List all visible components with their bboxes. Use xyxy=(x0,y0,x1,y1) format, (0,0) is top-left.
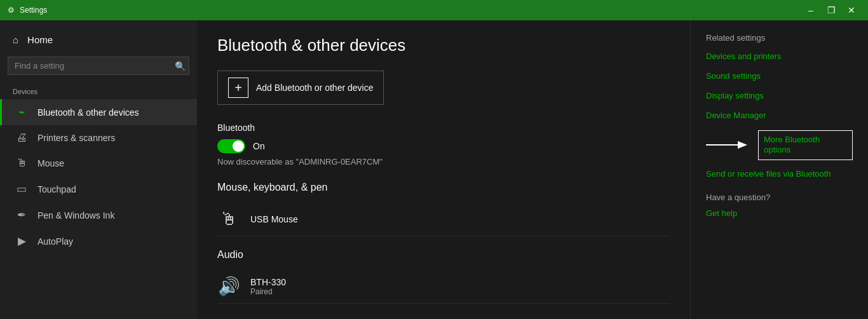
arrow-icon xyxy=(706,138,750,152)
pen-icon: ✒ xyxy=(15,208,29,222)
settings-gear-icon: ⚙ xyxy=(8,6,15,15)
sidebar-item-label-touchpad: Touchpad xyxy=(37,184,76,194)
device-item-bth330[interactable]: 🔊 BTH-330 Paired xyxy=(217,269,670,304)
device-name-usb-mouse: USB Mouse xyxy=(250,214,298,224)
title-bar-controls: – ❐ ✕ xyxy=(802,1,860,19)
bluetooth-toggle-row: On xyxy=(217,139,670,153)
sidebar-item-touchpad[interactable]: ▭ Touchpad xyxy=(0,176,197,202)
title-bar-title: Settings xyxy=(20,6,47,15)
related-settings-panel: Related settings Devices and printers So… xyxy=(690,20,868,319)
home-icon: ⌂ xyxy=(13,34,18,45)
mouse-icon: 🖱 xyxy=(15,157,29,170)
bluetooth-section-heading: Bluetooth xyxy=(217,123,670,133)
maximize-button[interactable]: ❐ xyxy=(822,1,840,19)
toggle-knob xyxy=(233,140,244,152)
printer-icon: 🖨 xyxy=(15,132,29,144)
link-device-manager[interactable]: Device Manager xyxy=(706,111,853,121)
sidebar-item-label-mouse: Mouse xyxy=(37,158,64,168)
search-icon-button[interactable]: 🔍 xyxy=(175,61,186,71)
sidebar: ⌂ Home 🔍 Devices ⌁ Bluetooth & other dev… xyxy=(0,20,197,319)
minimize-button[interactable]: – xyxy=(802,1,820,19)
device-item-usb-mouse[interactable]: 🖱 USB Mouse xyxy=(217,202,670,236)
link-send-receive[interactable]: Send or receive files via Bluetooth xyxy=(706,169,853,180)
sidebar-item-mouse[interactable]: 🖱 Mouse xyxy=(0,151,197,176)
title-bar-left: ⚙ Settings xyxy=(8,6,47,15)
touchpad-icon: ▭ xyxy=(15,182,29,196)
search-input[interactable] xyxy=(8,57,189,75)
sidebar-item-pen[interactable]: ✒ Pen & Windows Ink xyxy=(0,202,197,228)
plus-icon: + xyxy=(228,78,248,98)
autoplay-icon: ▶ xyxy=(15,234,29,248)
bluetooth-toggle[interactable] xyxy=(217,139,245,153)
device-info-usb-mouse: USB Mouse xyxy=(250,214,298,224)
link-more-bluetooth[interactable]: More Bluetooth options xyxy=(758,130,853,161)
sidebar-item-label-printers: Printers & scanners xyxy=(37,133,115,143)
add-device-label: Add Bluetooth or other device xyxy=(256,83,373,93)
search-box: 🔍 xyxy=(8,57,189,75)
sidebar-item-label-autoplay: AutoPlay xyxy=(37,236,73,247)
speaker-device-icon: 🔊 xyxy=(217,276,240,297)
sidebar-item-label-pen: Pen & Windows Ink xyxy=(37,210,114,221)
close-button[interactable]: ✕ xyxy=(843,1,860,19)
sidebar-item-printers[interactable]: 🖨 Printers & scanners xyxy=(0,125,197,151)
title-bar: ⚙ Settings – ❐ ✕ xyxy=(0,0,868,20)
related-settings-title: Related settings xyxy=(706,33,853,43)
sidebar-home-button[interactable]: ⌂ Home xyxy=(0,28,197,51)
audio-title: Audio xyxy=(217,249,670,261)
link-sound-settings[interactable]: Sound settings xyxy=(706,71,853,82)
sidebar-home-label: Home xyxy=(27,34,53,45)
mouse-keyboard-pen-title: Mouse, keyboard, & pen xyxy=(217,182,670,193)
app-body: ⌂ Home 🔍 Devices ⌁ Bluetooth & other dev… xyxy=(0,20,868,319)
sidebar-item-bluetooth[interactable]: ⌁ Bluetooth & other devices xyxy=(0,99,197,125)
more-bluetooth-row: More Bluetooth options xyxy=(706,130,853,161)
sidebar-section-devices: Devices xyxy=(0,85,197,99)
mouse-device-icon: 🖱 xyxy=(217,208,240,229)
sidebar-item-label-bluetooth: Bluetooth & other devices xyxy=(37,107,139,118)
page-title: Bluetooth & other devices xyxy=(217,36,670,55)
link-display-settings[interactable]: Display settings xyxy=(706,91,853,102)
get-help-link[interactable]: Get help xyxy=(706,208,853,219)
have-question-title: Have a question? xyxy=(706,193,853,202)
link-devices-printers[interactable]: Devices and printers xyxy=(706,51,853,62)
device-status-bth330: Paired xyxy=(250,287,286,296)
svg-marker-1 xyxy=(738,141,747,149)
discoverable-text: Now discoverable as "ADMINRG-0EAR7CM" xyxy=(217,157,670,166)
sidebar-item-autoplay[interactable]: ▶ AutoPlay xyxy=(0,228,197,254)
device-name-bth330: BTH-330 xyxy=(250,277,286,287)
device-info-bth330: BTH-330 Paired xyxy=(250,277,286,296)
bluetooth-icon: ⌁ xyxy=(15,105,29,119)
add-device-button[interactable]: + Add Bluetooth or other device xyxy=(217,71,384,105)
main-content: Bluetooth & other devices + Add Bluetoot… xyxy=(197,20,690,319)
bluetooth-toggle-state: On xyxy=(253,141,265,151)
